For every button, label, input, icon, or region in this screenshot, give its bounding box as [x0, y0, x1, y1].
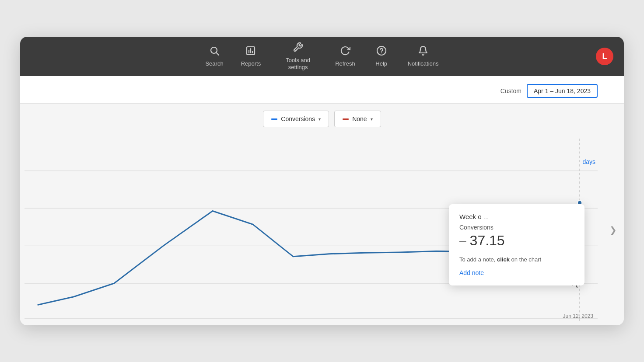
sidebar-item-refresh[interactable]: Refresh	[326, 40, 364, 73]
sidebar-item-tools[interactable]: Tools and settings	[270, 37, 326, 76]
nav-items: Search Reports	[196, 37, 447, 76]
metric2-filter-btn[interactable]: None ▾	[334, 111, 381, 127]
notifications-icon	[418, 45, 428, 58]
svg-line-1	[217, 53, 219, 56]
tooltip-metric-label: Conversions	[459, 224, 574, 231]
nav-label-help: Help	[375, 60, 387, 67]
top-nav: Search Reports	[20, 37, 624, 76]
tooltip-popup: Week o ... Conversions – 37.15 To add a …	[449, 204, 584, 285]
sidebar-item-search[interactable]: Search	[196, 40, 232, 73]
right-arrow[interactable]: ❯	[606, 223, 620, 237]
metric2-chevron-icon: ▾	[371, 117, 373, 122]
help-icon	[376, 45, 387, 58]
search-icon	[209, 45, 220, 58]
chart-date-label: Jun 12, 2023	[563, 313, 593, 319]
date-row: Custom Apr 1 – Jun 18, 2023	[20, 76, 624, 104]
metric1-filter-btn[interactable]: Conversions ▾	[263, 111, 329, 127]
nav-label-refresh: Refresh	[335, 60, 355, 67]
sidebar-item-help[interactable]: Help	[364, 40, 399, 73]
tooltip-week: Week o ...	[459, 213, 574, 220]
metric1-chevron-icon: ▾	[318, 117, 321, 122]
metric2-label: None	[352, 115, 367, 122]
nav-label-search: Search	[205, 60, 223, 67]
nav-label-reports: Reports	[241, 60, 261, 67]
nav-label-tools: Tools and settings	[278, 57, 318, 70]
sidebar-item-reports[interactable]: Reports	[232, 40, 270, 73]
tools-icon	[293, 42, 303, 54]
date-label: Custom	[500, 87, 522, 94]
chart-area: days Jun 12, 2023 ❯	[20, 134, 624, 325]
filter-row: Conversions ▾ None ▾	[20, 104, 624, 134]
main-content: Custom Apr 1 – Jun 18, 2023 Conversions …	[20, 76, 624, 325]
tooltip-note: To add a note, click on the chart	[459, 256, 574, 264]
metric1-dot	[271, 118, 277, 120]
refresh-icon	[340, 45, 350, 58]
days-label[interactable]: days	[582, 158, 595, 165]
metric1-label: Conversions	[281, 115, 315, 122]
tooltip-minus: –	[459, 234, 466, 248]
metric2-dot	[343, 118, 349, 120]
main-window: Search Reports	[20, 37, 624, 325]
nav-label-notifications: Notifications	[408, 60, 439, 67]
date-range-input[interactable]: Apr 1 – Jun 18, 2023	[527, 84, 598, 98]
reports-icon	[245, 45, 256, 58]
tooltip-value: – 37.15	[459, 233, 574, 249]
tooltip-number: 37.15	[470, 233, 505, 249]
avatar[interactable]: L	[596, 48, 613, 65]
sidebar-item-notifications[interactable]: Notifications	[399, 40, 448, 73]
add-note-button[interactable]: Add note	[459, 269, 484, 276]
